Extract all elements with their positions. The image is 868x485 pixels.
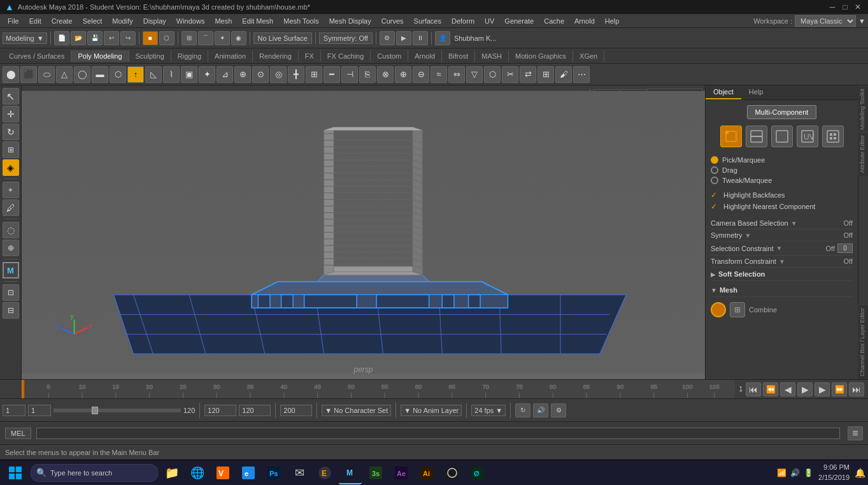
menu-file[interactable]: File: [3, 16, 24, 26]
menu-help[interactable]: Help: [600, 16, 625, 26]
icon-cleanup[interactable]: ✂: [502, 66, 518, 83]
icon-merge[interactable]: ⊕: [234, 66, 251, 83]
tab-curves-surfaces[interactable]: Curves / Surfaces: [3, 50, 71, 62]
modeling-toolkit-label[interactable]: Modeling Toolkit: [858, 85, 868, 132]
search-bar[interactable]: 🔍 Type here to search: [31, 464, 158, 482]
open-button[interactable]: 📂: [71, 31, 86, 45]
tab-motion-graphics[interactable]: Motion Graphics: [509, 50, 573, 62]
new-scene-button[interactable]: 📄: [54, 31, 69, 45]
rotate-tool-button[interactable]: ↻: [3, 124, 19, 140]
snap-view-button[interactable]: ◉: [231, 31, 246, 45]
component-mode-button[interactable]: ⬡: [159, 31, 174, 45]
taskbar-ai[interactable]: Ai: [415, 461, 438, 484]
highlight-nearest-option[interactable]: ✓ Highlight Nearest Component: [711, 201, 853, 212]
symmetry-label[interactable]: Symmetry: Off: [319, 33, 373, 44]
menu-edit-mesh[interactable]: Edit Mesh: [237, 16, 278, 26]
edge-icon[interactable]: [746, 126, 767, 147]
undo-button[interactable]: ↩: [104, 31, 119, 45]
notification-icon[interactable]: 🔔: [855, 468, 865, 478]
frame-current-input[interactable]: 1: [28, 405, 51, 416]
taskbar-app-4[interactable]: [441, 461, 464, 484]
workspace-select[interactable]: Maya Classic: [795, 15, 856, 27]
anim-layer-dropdown[interactable]: ▼ No Anim Layer: [401, 405, 462, 416]
drag-radio[interactable]: [711, 166, 718, 174]
icon-bridge[interactable]: ⌇: [163, 66, 180, 83]
uvs-icon[interactable]: UV: [797, 126, 818, 147]
menu-deform[interactable]: Deform: [446, 16, 480, 26]
icon-wedge[interactable]: ⊿: [217, 66, 233, 83]
menu-edit[interactable]: Edit: [24, 16, 46, 26]
next-frame-button[interactable]: ▶: [815, 382, 830, 396]
multi-component-button[interactable]: Multi-Component: [747, 105, 817, 119]
save-button[interactable]: 💾: [87, 31, 103, 45]
taskbar-ae[interactable]: Ae: [390, 461, 413, 484]
menu-surfaces[interactable]: Surfaces: [409, 16, 446, 26]
icon-connect[interactable]: ━: [324, 66, 340, 83]
highlight-backfaces-option[interactable]: ✓ Highlight Backfaces: [711, 189, 853, 201]
select-mode-button[interactable]: ■: [143, 31, 158, 45]
user-icon[interactable]: 👤: [435, 31, 450, 45]
tab-rigging[interactable]: Rigging: [171, 50, 208, 62]
taskbar-file-explorer[interactable]: 📁: [160, 461, 183, 484]
maximize-button[interactable]: □: [840, 2, 850, 12]
icon-cube[interactable]: ⬛: [20, 66, 37, 83]
mode-dropdown[interactable]: Modeling ▼: [3, 33, 47, 44]
minimize-button[interactable]: ─: [827, 2, 837, 12]
play-button[interactable]: ▶: [797, 382, 813, 396]
taskbar-browser[interactable]: 🌐: [186, 461, 209, 484]
tab-fx-caching[interactable]: FX Caching: [321, 50, 371, 62]
snap-point-button[interactable]: ✦: [215, 31, 230, 45]
workspace-expand-icon[interactable]: ▼: [858, 17, 865, 25]
tab-help[interactable]: Help: [741, 85, 771, 99]
icon-detach[interactable]: ⊣: [341, 66, 358, 83]
lasso-select-button[interactable]: ⌖: [3, 182, 19, 198]
tab-poly-modeling[interactable]: Poly Modeling: [71, 50, 129, 62]
icon-cone[interactable]: △: [56, 66, 73, 83]
battery-icon[interactable]: 🔋: [804, 468, 813, 477]
taskbar-app-3[interactable]: E: [313, 461, 336, 484]
timeline-slider-thumb[interactable]: [92, 407, 98, 414]
clock-display[interactable]: 9:06 PM 2/15/2019: [818, 463, 850, 482]
tab-arnold[interactable]: Arnold: [408, 50, 442, 62]
snap-curve-button[interactable]: ⌒: [198, 31, 213, 45]
windows-start-button[interactable]: [3, 461, 28, 484]
icon-boolean[interactable]: ⊗: [377, 66, 394, 83]
menu-mesh-tools[interactable]: Mesh Tools: [278, 16, 324, 26]
attribute-editor-label[interactable]: Attribute Editor: [858, 132, 868, 176]
soft-select-button[interactable]: ◌: [3, 222, 19, 238]
tweak-marquee-radio[interactable]: [711, 177, 718, 184]
taskbar-app-2[interactable]: e: [237, 461, 260, 484]
menu-select[interactable]: Select: [78, 16, 108, 26]
paint-button[interactable]: 🖊: [3, 199, 19, 216]
render-settings-button[interactable]: ⚙: [380, 31, 395, 45]
highlight-nearest-check[interactable]: ✓: [711, 202, 720, 211]
menu-create[interactable]: Create: [46, 16, 78, 26]
icon-circularize[interactable]: ◎: [270, 66, 287, 83]
icon-paint[interactable]: 🖌: [555, 66, 572, 83]
ipr-button[interactable]: ⏸: [413, 31, 428, 45]
icon-offset[interactable]: ⊞: [306, 66, 322, 83]
range-end-input[interactable]: 120: [239, 405, 271, 416]
icon-bevel[interactable]: ◺: [145, 66, 162, 83]
selection-constraint-row[interactable]: Selection Constraint ▼ Off 0: [711, 242, 853, 256]
taskbar-maya[interactable]: M: [339, 461, 362, 484]
render-button[interactable]: ▶: [396, 31, 411, 45]
mesh-icon-2[interactable]: ⊞: [730, 302, 745, 317]
snap-grid-button[interactable]: ⊞: [181, 31, 197, 45]
taskbar-email[interactable]: ✉: [288, 461, 311, 484]
icon-retopologize[interactable]: ⬡: [484, 66, 501, 83]
fps-dropdown[interactable]: 24 fps ▼: [471, 405, 506, 416]
icon-smooth[interactable]: ≈: [430, 66, 447, 83]
mel-label[interactable]: MEL: [5, 428, 31, 439]
tweak-marquee-option[interactable]: Tweak/Marquee: [711, 175, 853, 185]
highlight-backfaces-check[interactable]: ✓: [711, 191, 720, 199]
timeline-ruler[interactable]: 5 10 15 20 25 30 35 40 45: [22, 380, 734, 398]
drag-option[interactable]: Drag: [711, 165, 853, 175]
icon-separate[interactable]: ⊖: [413, 66, 429, 83]
scale-tool-button[interactable]: ⊞: [3, 141, 19, 158]
snap-to-button[interactable]: ⊡: [3, 284, 19, 301]
camera-based-selection-row[interactable]: Camera Based Selection ▼ Off: [711, 217, 853, 229]
icon-polygon[interactable]: ⬡: [110, 66, 126, 83]
multicomp-icon[interactable]: [822, 126, 844, 147]
transform-constraint-row[interactable]: Transform Constraint ▼ Off: [711, 256, 853, 268]
